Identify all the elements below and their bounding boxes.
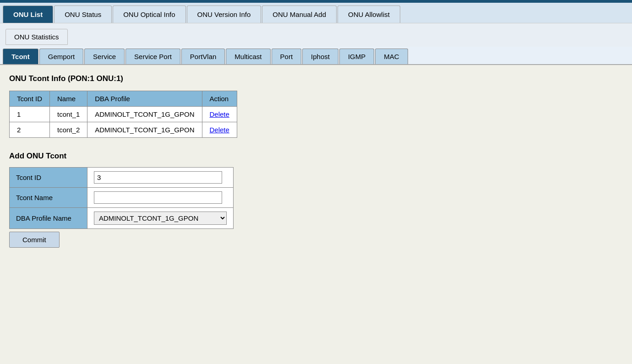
table-header-row: Tcont IDNameDBA ProfileAction	[10, 91, 237, 107]
sub-tabs-container: TcontGemportServiceService PortPortVlanM…	[3, 49, 629, 64]
main-tab-onu-optical-info[interactable]: ONU Optical Info	[113, 5, 185, 23]
sub-tab-gemport[interactable]: Gemport	[39, 49, 83, 64]
main-tab-onu-status[interactable]: ONU Status	[54, 5, 112, 23]
cell-action: Delete	[202, 107, 237, 122]
select-dba-profile-name[interactable]: ADMINOLT_TCONT_1G_GPON	[94, 212, 227, 225]
add-field-row: Tcont ID	[10, 168, 234, 188]
cell-action: Delete	[202, 122, 237, 138]
table-header-name: Name	[50, 91, 87, 107]
add-field-label-dba-profile-name: DBA Profile Name	[10, 208, 87, 229]
cell-dba-profile: ADMINOLT_TCONT_1G_GPON	[87, 122, 202, 138]
table-row: 2tcont_2ADMINOLT_TCONT_1G_GPONDelete	[10, 122, 237, 138]
sub-tabs-row: TcontGemportServiceService PortPortVlanM…	[0, 47, 632, 65]
cell-name: tcont_2	[50, 122, 87, 138]
cell-dba-profile: ADMINOLT_TCONT_1G_GPON	[87, 107, 202, 122]
main-tab-onu-version-info[interactable]: ONU Version Info	[187, 5, 262, 23]
table-body: 1tcont_1ADMINOLT_TCONT_1G_GPONDelete2tco…	[10, 107, 237, 138]
delete-link[interactable]: Delete	[210, 110, 229, 118]
main-content: ONU Tcont Info (PON:1 ONU:1) Tcont IDNam…	[0, 65, 632, 340]
add-tcont-table: Tcont IDTcont NameDBA Profile NameADMINO…	[9, 167, 234, 229]
statistics-tab-area: ONU Statistics	[0, 23, 632, 47]
tcont-table: Tcont IDNameDBA ProfileAction 1tcont_1AD…	[9, 91, 237, 138]
add-field-label-tcont-name: Tcont Name	[10, 188, 87, 208]
add-field-row: DBA Profile NameADMINOLT_TCONT_1G_GPON	[10, 208, 234, 229]
add-field-row: Tcont Name	[10, 188, 234, 208]
sub-tab-service-port[interactable]: Service Port	[125, 49, 180, 64]
input-tcont-id[interactable]	[94, 171, 222, 184]
delete-link[interactable]: Delete	[210, 126, 229, 134]
add-field-input-cell	[87, 168, 234, 188]
cell-name: tcont_1	[50, 107, 87, 122]
add-table-body: Tcont IDTcont NameDBA Profile NameADMINO…	[10, 168, 234, 229]
sub-tab-multicast[interactable]: Multicast	[226, 49, 270, 64]
sub-tab-service[interactable]: Service	[84, 49, 125, 64]
add-field-input-cell: ADMINOLT_TCONT_1G_GPON	[87, 208, 234, 229]
table-header-action: Action	[202, 91, 237, 107]
main-tabs-container: ONU ListONU StatusONU Optical InfoONU Ve…	[0, 3, 632, 23]
table-row: 1tcont_1ADMINOLT_TCONT_1G_GPONDelete	[10, 107, 237, 122]
main-tab-onu-allowlist[interactable]: ONU Allowlist	[338, 5, 400, 23]
input-tcont-name[interactable]	[94, 191, 222, 204]
main-tab-onu-list[interactable]: ONU List	[3, 5, 53, 23]
table-header-tcont-id: Tcont ID	[10, 91, 50, 107]
sub-tab-iphost[interactable]: Iphost	[302, 49, 338, 64]
tab-onu-statistics[interactable]: ONU Statistics	[5, 29, 68, 45]
cell-tcont-id: 1	[10, 107, 50, 122]
sub-tab-port[interactable]: Port	[272, 49, 302, 64]
sub-tab-mac[interactable]: MAC	[375, 49, 408, 64]
add-section-title: Add ONU Tcont	[9, 152, 623, 161]
add-field-label-tcont-id: Tcont ID	[10, 168, 87, 188]
sub-tab-igmp[interactable]: IGMP	[339, 49, 374, 64]
sub-tab-portvlan[interactable]: PortVlan	[181, 49, 225, 64]
commit-button[interactable]: Commit	[9, 232, 60, 248]
table-header-dba-profile: DBA Profile	[87, 91, 202, 107]
cell-tcont-id: 2	[10, 122, 50, 138]
info-title: ONU Tcont Info (PON:1 ONU:1)	[9, 74, 623, 83]
sub-tab-tcont[interactable]: Tcont	[3, 49, 38, 64]
add-field-input-cell	[87, 188, 234, 208]
main-tab-onu-manual-add[interactable]: ONU Manual Add	[262, 5, 337, 23]
